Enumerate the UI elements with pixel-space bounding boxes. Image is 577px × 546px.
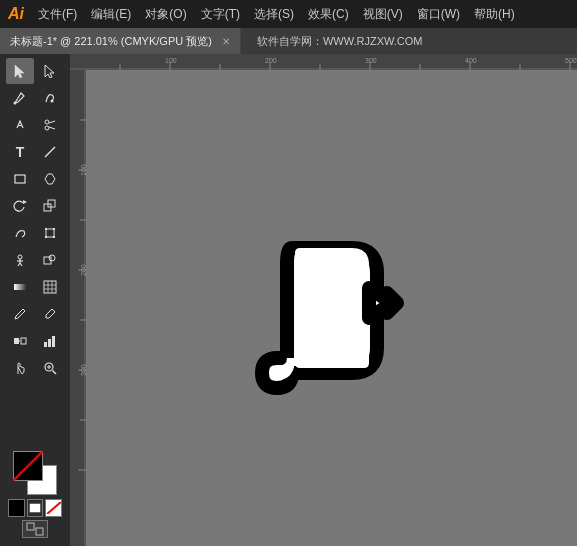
stroke-icon[interactable]: [27, 499, 44, 517]
menu-select[interactable]: 选择(S): [248, 4, 300, 25]
ruler-h-svg: 100 200 300 400 500: [70, 54, 577, 70]
rotate-tool[interactable]: [6, 193, 34, 219]
svg-line-9: [45, 147, 55, 157]
artboard-icon[interactable]: [22, 520, 48, 538]
svg-rect-46: [27, 523, 34, 530]
artwork-svg: [232, 208, 432, 408]
none-indicator: [13, 451, 43, 481]
ruler-v-svg: 100 200 300: [70, 70, 86, 546]
menu-view[interactable]: 视图(V): [357, 4, 409, 25]
type-tool[interactable]: T: [6, 139, 34, 165]
tab-close-button[interactable]: ✕: [222, 36, 230, 47]
svg-rect-14: [46, 229, 54, 237]
tab-active-label: 未标题-1* @ 221.01% (CMYK/GPU 预览): [10, 34, 212, 49]
type-icon: T: [16, 144, 25, 160]
add-anchor-tool[interactable]: [6, 112, 34, 138]
svg-rect-18: [53, 236, 55, 238]
svg-text:500: 500: [565, 57, 577, 64]
svg-rect-26: [14, 284, 26, 290]
shape-builder-tool[interactable]: [36, 247, 64, 273]
svg-line-43: [13, 451, 43, 481]
tab-secondary[interactable]: 软件自学网：WWW.RJZXW.COM: [241, 28, 577, 54]
warp-tool[interactable]: [6, 220, 34, 246]
svg-text:300: 300: [365, 57, 377, 64]
tool-row-2: [2, 85, 68, 111]
eyedropper-tool[interactable]: [36, 301, 64, 327]
line-tool[interactable]: [36, 139, 64, 165]
svg-line-40: [53, 371, 57, 375]
svg-marker-1: [45, 65, 54, 78]
free-transform-tool[interactable]: [36, 220, 64, 246]
tool-row-3: [2, 112, 68, 138]
rectangle-tool[interactable]: [6, 166, 34, 192]
artwork-area: [232, 208, 432, 408]
svg-rect-34: [21, 338, 26, 344]
main-area: T: [0, 54, 577, 546]
direct-selection-tool[interactable]: [36, 58, 64, 84]
svg-line-32: [52, 309, 55, 312]
none-swatch[interactable]: [45, 499, 62, 517]
svg-point-2: [14, 102, 17, 105]
paint-tool[interactable]: [36, 166, 64, 192]
svg-rect-44: [29, 503, 41, 513]
svg-point-19: [18, 255, 22, 259]
svg-rect-65: [70, 70, 86, 546]
hand-tool[interactable]: [6, 355, 34, 381]
svg-rect-36: [44, 342, 47, 347]
svg-rect-17: [45, 236, 47, 238]
menu-edit[interactable]: 编辑(E): [85, 4, 137, 25]
svg-marker-11: [23, 200, 27, 204]
ruler-horizontal: 100 200 300 400 500: [70, 54, 577, 70]
tool-row-gradient: [2, 274, 68, 300]
chart-tool[interactable]: [36, 328, 64, 354]
tab-bar: 未标题-1* @ 221.01% (CMYK/GPU 预览) ✕ 软件自学网：W…: [0, 28, 577, 54]
pen-tool[interactable]: [6, 85, 34, 111]
svg-line-8: [49, 127, 55, 129]
gradient-tool[interactable]: [6, 274, 34, 300]
fill-icon[interactable]: [8, 499, 25, 517]
blend-tool[interactable]: [6, 328, 34, 354]
canvas-area[interactable]: 100 200 300 400 500 100 200: [70, 54, 577, 546]
svg-point-3: [51, 100, 54, 103]
tool-row-warp: [2, 220, 68, 246]
menu-help[interactable]: 帮助(H): [468, 4, 521, 25]
color-mode-row: [8, 499, 62, 517]
menu-object[interactable]: 对象(O): [139, 4, 192, 25]
scale-tool[interactable]: [36, 193, 64, 219]
document-canvas[interactable]: [70, 54, 577, 546]
selection-tool[interactable]: [6, 58, 34, 84]
svg-rect-33: [14, 338, 19, 344]
artboard-icon-row: [8, 520, 62, 538]
mesh-tool[interactable]: [36, 274, 64, 300]
menu-window[interactable]: 窗口(W): [411, 4, 466, 25]
svg-line-23: [20, 263, 22, 266]
tab-active[interactable]: 未标题-1* @ 221.01% (CMYK/GPU 预览) ✕: [0, 28, 241, 54]
tool-row-1: [2, 58, 68, 84]
scissors-tool[interactable]: [36, 112, 64, 138]
tool-row-shape: [2, 166, 68, 192]
svg-point-6: [45, 126, 49, 130]
svg-rect-16: [53, 228, 55, 230]
tool-row-hand: [2, 355, 68, 381]
svg-line-7: [49, 121, 55, 123]
menu-effect[interactable]: 效果(C): [302, 4, 355, 25]
title-bar: Ai 文件(F) 编辑(E) 对象(O) 文字(T) 选择(S) 效果(C) 视…: [0, 0, 577, 28]
svg-text:100: 100: [165, 57, 177, 64]
svg-rect-10: [15, 175, 25, 183]
tab-secondary-label: 软件自学网：WWW.RJZXW.COM: [257, 34, 423, 49]
zoom-tool[interactable]: [36, 355, 64, 381]
svg-point-5: [45, 120, 49, 124]
svg-text:400: 400: [465, 57, 477, 64]
puppet-warp-tool[interactable]: [6, 247, 34, 273]
svg-text:200: 200: [265, 57, 277, 64]
menu-bar: 文件(F) 编辑(E) 对象(O) 文字(T) 选择(S) 效果(C) 视图(V…: [32, 4, 521, 25]
menu-text[interactable]: 文字(T): [195, 4, 246, 25]
pencil-tool[interactable]: [6, 301, 34, 327]
menu-file[interactable]: 文件(F): [32, 4, 83, 25]
tool-row-pencil: [2, 301, 68, 327]
tool-row-type: T: [2, 139, 68, 165]
svg-marker-0: [15, 65, 24, 78]
freeform-tool[interactable]: [36, 85, 64, 111]
svg-rect-47: [36, 528, 43, 535]
color-swatches: [13, 451, 57, 495]
